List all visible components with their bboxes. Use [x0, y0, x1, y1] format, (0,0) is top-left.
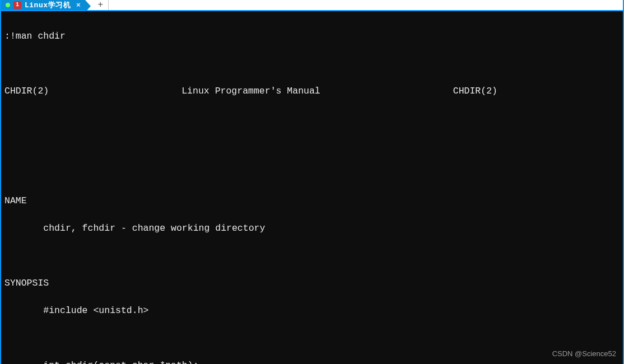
- blank-line: [4, 112, 620, 126]
- tab-index-badge: 1: [13, 1, 21, 9]
- blank-line: [4, 332, 620, 346]
- status-dot-icon: [6, 3, 10, 7]
- plus-icon: +: [98, 0, 104, 10]
- blank-line: [4, 139, 620, 153]
- section-heading-name: NAME: [4, 194, 620, 208]
- tab-linux[interactable]: 1 Linux学习机 ×: [1, 0, 85, 10]
- name-body: chdir, fchdir - change working directory: [4, 222, 620, 236]
- tab-bar: 1 Linux学习机 × +: [1, 0, 623, 11]
- section-heading-synopsis: SYNOPSIS: [4, 277, 620, 291]
- man-header: CHDIR(2)Linux Programmer's ManualCHDIR(2…: [4, 85, 497, 99]
- man-header-left: CHDIR(2): [4, 85, 49, 99]
- man-header-center: Linux Programmer's Manual: [181, 85, 320, 99]
- new-tab-button[interactable]: +: [93, 0, 109, 10]
- blank-line: [4, 57, 620, 71]
- tab-label: Linux学习机: [25, 0, 71, 10]
- man-header-right: CHDIR(2): [453, 85, 497, 99]
- blank-line: [4, 249, 620, 263]
- watermark: CSDN @Science52: [552, 347, 616, 361]
- terminal-window: 1 Linux学习机 × + :!man chdir CHDIR(2)Linux…: [0, 0, 624, 364]
- synopsis-include: #include <unistd.h>: [4, 304, 620, 318]
- synopsis-func-chdir: int chdir(const char *path);: [4, 359, 620, 365]
- close-icon[interactable]: ×: [76, 2, 81, 9]
- blank-line: [4, 167, 620, 181]
- command-line: :!man chdir: [4, 30, 620, 44]
- terminal-viewport[interactable]: :!man chdir CHDIR(2)Linux Programmer's M…: [1, 11, 623, 364]
